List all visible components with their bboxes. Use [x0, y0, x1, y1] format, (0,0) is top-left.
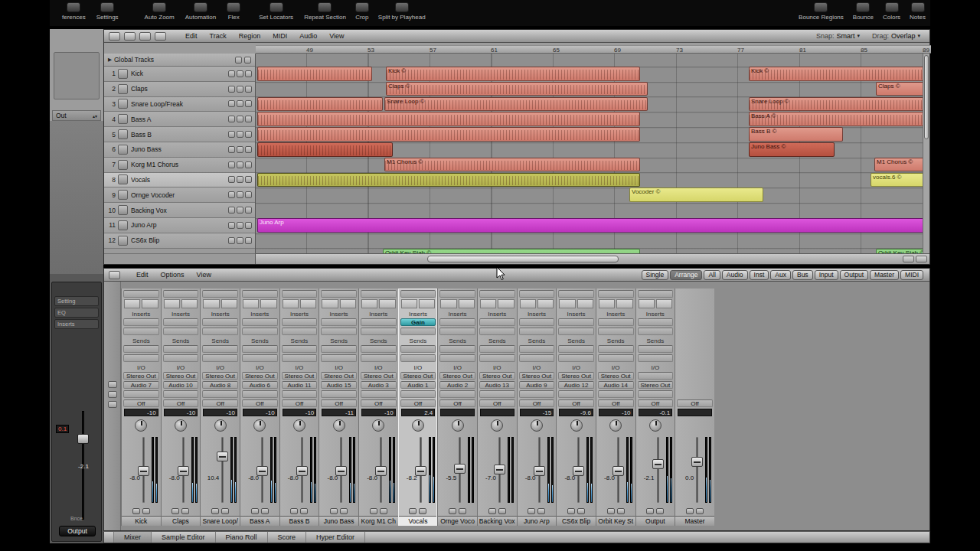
- solo-button[interactable]: [537, 508, 545, 514]
- toolbar-set-locators[interactable]: Set Locators: [259, 2, 293, 21]
- send-slot[interactable]: [638, 345, 674, 353]
- track-header-ornge-vocoder[interactable]: 9Ornge Vocoder: [104, 187, 255, 203]
- track-header-bass-b[interactable]: 5Bass B: [104, 127, 255, 142]
- input-slot[interactable]: Stereo Out: [638, 381, 674, 389]
- fader-handle[interactable]: [454, 464, 466, 474]
- region-claps[interactable]: Claps ©: [876, 82, 929, 96]
- toolbar-crop[interactable]: Crop: [355, 2, 369, 21]
- send-slot[interactable]: [321, 345, 357, 353]
- snap-menu[interactable]: Snap: Smart ▾: [816, 32, 860, 40]
- pan-knob[interactable]: [253, 419, 266, 432]
- solo-button[interactable]: [221, 508, 229, 514]
- mute-button[interactable]: [237, 116, 243, 122]
- record-enable-button[interactable]: [228, 207, 235, 214]
- mute-button[interactable]: [237, 237, 243, 244]
- group-slot[interactable]: [439, 390, 475, 398]
- mixer-filter-input[interactable]: Input: [815, 270, 838, 280]
- channel-strip-cs6x-blip[interactable]: InsertsSendsI/OStereo OutAudio 12Off-9.6…: [556, 289, 596, 526]
- channel-strip-claps[interactable]: InsertsSendsI/OStereo OutAudio 10Off-10-…: [161, 289, 201, 526]
- input-slot[interactable]: Audio 8: [202, 381, 238, 389]
- input-slot[interactable]: Audio 7: [123, 381, 159, 389]
- automation-mode-slot[interactable]: Off: [321, 399, 357, 407]
- insert-slot[interactable]: Gain: [400, 318, 436, 326]
- solo-button[interactable]: [181, 508, 189, 514]
- toolbar-flex[interactable]: Flex: [227, 2, 240, 21]
- fader-handle[interactable]: [217, 452, 228, 461]
- toolbar-notes[interactable]: Notes: [910, 2, 926, 21]
- solo-button[interactable]: [245, 237, 252, 244]
- setting-slot[interactable]: [163, 290, 199, 298]
- mixer-filter-audio[interactable]: Audio: [722, 270, 748, 280]
- region-vocals-6[interactable]: vocals.6 ©: [871, 173, 929, 187]
- setting-slot[interactable]: [321, 290, 357, 298]
- toolbar-colors[interactable]: Colors: [883, 2, 900, 21]
- track-list-options-icon[interactable]: [244, 57, 251, 64]
- scrollbar-thumb[interactable]: [924, 55, 929, 139]
- arrange-menu-edit[interactable]: Edit: [179, 32, 204, 40]
- insert-slot[interactable]: [558, 328, 594, 335]
- mute-button[interactable]: [237, 176, 243, 183]
- insert-slot[interactable]: [558, 318, 594, 326]
- send-slot[interactable]: [123, 354, 159, 362]
- track-header-backing-vox[interactable]: 10Backing Vox: [104, 203, 255, 218]
- bar-ruler[interactable]: 4953576165697377818589: [256, 45, 931, 54]
- insert-slot[interactable]: [361, 328, 397, 335]
- toolbar-repeat-section[interactable]: Repeat Section: [304, 2, 346, 21]
- mute-button[interactable]: [237, 207, 243, 214]
- input-slot[interactable]: Audio 6: [242, 381, 278, 389]
- mute-button[interactable]: [528, 508, 535, 514]
- link-icon[interactable]: [109, 271, 120, 279]
- eq-display[interactable]: [361, 299, 396, 308]
- automation-mode-slot[interactable]: Off: [282, 399, 318, 407]
- mute-button[interactable]: [237, 86, 243, 93]
- region-vocoder[interactable]: Vocoder ©: [629, 187, 763, 202]
- solo-button[interactable]: [419, 508, 426, 514]
- channel-strip-output[interactable]: InsertsSendsI/OStereo OutOff-0.1-2.1Outp…: [635, 289, 675, 526]
- input-slot[interactable]: Audio 13: [479, 381, 515, 389]
- region-kick[interactable]: Kick ©: [749, 67, 929, 81]
- eq-display[interactable]: [520, 299, 554, 308]
- setting-slot[interactable]: [638, 290, 674, 298]
- arrange-menu-track[interactable]: Track: [204, 32, 233, 40]
- track-header-claps[interactable]: 2Claps: [104, 82, 255, 97]
- insert-slot[interactable]: [202, 318, 238, 326]
- mute-button[interactable]: [449, 508, 456, 514]
- pan-knob[interactable]: [649, 419, 662, 432]
- midi-in-icon[interactable]: [124, 32, 136, 41]
- vertical-scrollbar[interactable]: [923, 54, 929, 253]
- send-slot[interactable]: [282, 354, 318, 362]
- region-item[interactable]: [257, 127, 640, 142]
- region-item[interactable]: [257, 142, 393, 157]
- region-juno-arp[interactable]: Juno Arp: [257, 218, 929, 233]
- mixer-sidebar-icon[interactable]: [108, 401, 117, 408]
- setting-slot[interactable]: [361, 290, 397, 298]
- record-enable-button[interactable]: [228, 176, 235, 183]
- output-slot[interactable]: Stereo Out: [123, 372, 159, 380]
- pan-knob[interactable]: [531, 419, 543, 432]
- eq-display[interactable]: [599, 299, 633, 308]
- solo-button[interactable]: [245, 207, 252, 214]
- mixer-filter-aux[interactable]: Aux: [770, 270, 791, 280]
- toolbar-bounce[interactable]: Bounce: [853, 2, 874, 21]
- send-slot[interactable]: [598, 354, 634, 362]
- record-enable-button[interactable]: [228, 86, 235, 93]
- add-track-button[interactable]: [235, 57, 242, 64]
- insert-slot[interactable]: [400, 328, 436, 335]
- automation-mode-slot[interactable]: Off: [638, 399, 674, 407]
- input-slot[interactable]: Audio 11: [282, 381, 318, 389]
- mixer-filter-output[interactable]: Output: [840, 270, 869, 280]
- output-slot[interactable]: Stereo Out: [321, 372, 357, 380]
- send-slot[interactable]: [439, 354, 475, 362]
- automation-mode-slot[interactable]: Off: [400, 399, 436, 407]
- region-claps[interactable]: Claps ©: [386, 82, 648, 96]
- pan-knob[interactable]: [412, 419, 424, 432]
- insert-slot[interactable]: [519, 328, 555, 335]
- pan-knob[interactable]: [372, 419, 384, 432]
- channel-strip-vocals[interactable]: InsertsGainSendsI/OStereo OutAudio 1Off2…: [398, 289, 438, 526]
- eq-display[interactable]: [243, 299, 277, 308]
- mixer-menu-view[interactable]: View: [191, 271, 217, 279]
- arrange-menu-region[interactable]: Region: [233, 32, 267, 40]
- region-m1-chorus[interactable]: M1 Chorus ©: [384, 158, 640, 172]
- track-header-bass-a[interactable]: 4Bass A: [104, 112, 255, 127]
- automation-mode-slot[interactable]: Off: [519, 399, 555, 407]
